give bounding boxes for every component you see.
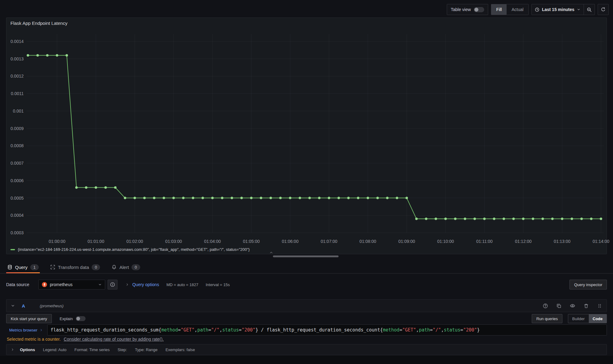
latency-panel: Flask App Endpoint Latency 0.00140.00130…: [6, 17, 607, 254]
query-options-group: Query options MD = auto = 1827 Interval …: [125, 282, 230, 287]
splitter-collapse-chevron-icon[interactable]: [269, 251, 273, 255]
legend-series-label[interactable]: {instance="ec2-184-169-216-224.us-west-1…: [18, 247, 250, 252]
query-options-link[interactable]: Query options: [132, 282, 159, 287]
svg-text:01:10:00: 01:10:00: [437, 239, 454, 244]
svg-text:01:05:00: 01:05:00: [243, 239, 260, 244]
kick-start-query-button[interactable]: Kick start your query: [6, 314, 52, 323]
query-row-header[interactable]: A (prometheus): [6, 299, 607, 312]
chevron-down-icon[interactable]: [11, 304, 15, 308]
metrics-browser-label: Metrics browser: [9, 328, 37, 332]
time-picker: Last 15 minutes: [531, 4, 595, 15]
svg-text:01:00:00: 01:00:00: [49, 239, 66, 244]
add-rate-hint-link[interactable]: Consider calculating rate of counter by …: [64, 337, 164, 342]
refresh-icon: [601, 7, 606, 12]
svg-text:0.0014: 0.0014: [10, 39, 24, 44]
datasource-name: prometheus: [50, 282, 96, 287]
options-label: Options: [20, 347, 35, 352]
options-step-summary: Step:: [118, 347, 127, 352]
datasource-label: Data source: [6, 282, 29, 287]
svg-text:0.001: 0.001: [13, 109, 24, 113]
editor-mode-segmented: Builder Code: [568, 314, 607, 323]
options-type-summary: Type: Range: [135, 347, 158, 352]
latency-chart-svg[interactable]: 0.00140.00130.00120.00110.0010.00090.000…: [6, 18, 607, 246]
tab-query-count: 1: [30, 264, 39, 270]
query-editor-row: Metrics browser flask_http_request_durat…: [6, 324, 607, 335]
svg-text:01:02:00: 01:02:00: [126, 239, 143, 244]
query-ref-id: A: [22, 303, 25, 308]
footer-strip: [0, 356, 613, 364]
svg-text:0.0008: 0.0008: [10, 143, 24, 148]
pane-resize-handle[interactable]: [273, 255, 339, 257]
svg-text:0.0012: 0.0012: [10, 74, 24, 79]
toggle-knob: [76, 317, 80, 320]
table-view-label: Table view: [451, 7, 471, 12]
promql-code-editor[interactable]: flask_http_request_duration_seconds_sum{…: [47, 324, 607, 335]
svg-text:0.0007: 0.0007: [10, 161, 24, 166]
interval-text: Interval = 15s: [206, 282, 230, 287]
info-circle-icon: [110, 282, 115, 287]
options-legend-summary: Legend: Auto: [43, 347, 67, 352]
query-inspector-button[interactable]: Query inspector: [569, 280, 607, 289]
svg-text:0.0005: 0.0005: [10, 196, 24, 201]
trash-icon: [584, 303, 589, 308]
fill-actual-segmented: Fill Actual: [491, 4, 529, 15]
refresh-button[interactable]: [598, 4, 609, 15]
svg-text:0.0013: 0.0013: [10, 56, 24, 61]
svg-text:01:14:00: 01:14:00: [593, 239, 610, 244]
tab-alert-label: Alert: [119, 265, 129, 270]
toggle-query-visibility-button[interactable]: [570, 303, 575, 308]
query-toolbar: Kick start your query Explain Run querie…: [6, 314, 607, 323]
tab-transform-count: 0: [92, 264, 100, 270]
builder-mode-option[interactable]: Builder: [568, 314, 588, 323]
grip-dots-icon: [597, 303, 602, 308]
zoom-out-button[interactable]: [584, 4, 595, 15]
query-help-button[interactable]: [543, 303, 548, 308]
tab-query[interactable]: Query 1: [6, 261, 40, 273]
query-row-actions: [543, 303, 602, 308]
max-data-points-text: MD = auto = 1827: [167, 282, 198, 287]
explain-label: Explain: [60, 316, 73, 321]
chevron-right-icon: [40, 328, 43, 332]
transform-icon: [50, 265, 55, 270]
svg-text:01:06:00: 01:06:00: [282, 239, 299, 244]
svg-text:0.0003: 0.0003: [10, 230, 24, 235]
explain-group: Explain: [60, 316, 86, 321]
svg-text:01:11:00: 01:11:00: [476, 239, 493, 244]
duplicate-query-button[interactable]: [556, 303, 561, 308]
chevron-down-icon: [577, 8, 580, 11]
fill-option[interactable]: Fill: [491, 4, 507, 15]
actual-option[interactable]: Actual: [507, 4, 528, 15]
metrics-browser-button[interactable]: Metrics browser: [6, 324, 47, 335]
datasource-help-button[interactable]: [108, 280, 117, 289]
toggle-knob: [474, 8, 478, 12]
tab-transform-label: Transform data: [58, 265, 89, 270]
clock-icon: [535, 7, 539, 12]
delete-query-button[interactable]: [584, 303, 589, 308]
svg-text:01:08:00: 01:08:00: [359, 239, 376, 244]
svg-text:0.0011: 0.0011: [11, 91, 24, 96]
explain-toggle[interactable]: [76, 316, 86, 321]
options-format-summary: Format: Time series: [75, 347, 110, 352]
datasource-bar: Data source prometheus Query options MD …: [0, 277, 613, 292]
tab-transform-data[interactable]: Transform data 0: [49, 261, 101, 273]
code-mode-option[interactable]: Code: [589, 314, 607, 323]
promql-code-line: flask_http_request_duration_seconds_sum{…: [51, 327, 480, 333]
svg-text:0.0004: 0.0004: [10, 213, 24, 218]
tab-alert[interactable]: Alert 0: [110, 261, 141, 273]
legend-series-marker: [10, 249, 15, 250]
chevron-right-icon: [11, 348, 14, 351]
svg-text:01:03:00: 01:03:00: [165, 239, 182, 244]
query-options-collapsed-row[interactable]: Options Legend: Auto Format: Time series…: [6, 344, 607, 355]
editor-tabs-bar: Query 1 Transform data 0 Alert 0: [0, 261, 613, 274]
table-view-toggle[interactable]: [474, 7, 484, 12]
counter-warning-text: Selected metric is a counter.: [7, 337, 61, 342]
drag-query-handle[interactable]: [597, 303, 602, 308]
run-queries-button[interactable]: Run queries: [532, 314, 562, 323]
time-range-button[interactable]: Last 15 minutes: [532, 7, 584, 12]
datasource-picker[interactable]: prometheus: [38, 280, 105, 289]
bell-icon: [112, 265, 117, 270]
eye-icon: [570, 303, 575, 308]
query-datasource-hint: (prometheus): [40, 304, 63, 308]
database-icon: [7, 265, 12, 270]
prometheus-icon: [42, 282, 47, 287]
